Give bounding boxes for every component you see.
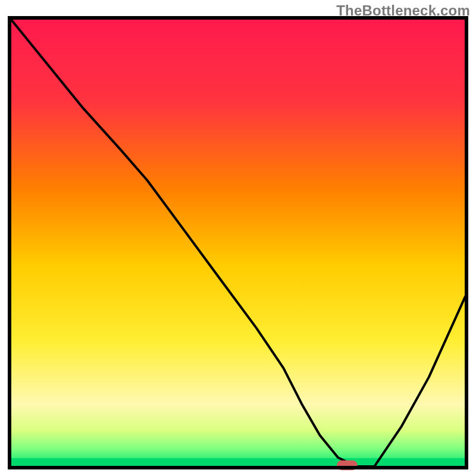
bottleneck-chart [0,0,476,476]
green-band [11,458,465,466]
chart-container: TheBottleneck.com [0,0,476,476]
watermark-text: TheBottleneck.com [336,2,470,19]
plot-area [10,18,466,470]
gradient-background [11,19,465,466]
